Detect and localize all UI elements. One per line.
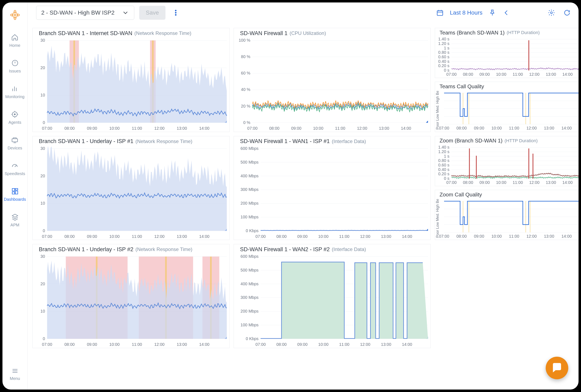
svg-text:10:00: 10:00 [496, 72, 506, 76]
svg-text:09:00: 09:00 [291, 126, 302, 130]
panel-branch-isp1[interactable]: Branch SD-WAN 1 - Underlay - ISP #1(Netw… [32, 136, 230, 240]
panel-subtitle: (HTTP Duration) [505, 138, 538, 144]
svg-text:0.60 s: 0.60 s [438, 163, 450, 167]
settings-button[interactable] [546, 6, 557, 20]
svg-text:07:00: 07:00 [446, 180, 456, 185]
chart: 010203007:0008:0009:0010:0011:0012:0013:… [33, 38, 229, 132]
svg-text:11:00: 11:00 [339, 234, 350, 238]
svg-text:08:00: 08:00 [276, 342, 286, 347]
svg-text:11:00: 11:00 [339, 342, 350, 347]
svg-text:09:00: 09:00 [87, 126, 97, 130]
sidebar-item-devices[interactable]: Devices [8, 136, 22, 150]
svg-text:20 %: 20 % [241, 104, 250, 108]
svg-point-3 [14, 18, 16, 20]
time-range-picker[interactable]: Last 8 Hours [436, 9, 496, 16]
panel-title: SD-WAN Firewall 1 - WAN2 - ISP #2 [240, 246, 330, 253]
svg-text:13:00: 13:00 [546, 180, 556, 185]
svg-text:0.60 s: 0.60 s [438, 54, 450, 59]
previous-range-button[interactable] [501, 6, 512, 20]
svg-text:09:00: 09:00 [480, 72, 490, 76]
svg-text:30: 30 [40, 254, 45, 258]
svg-text:14:00: 14:00 [199, 342, 210, 347]
svg-text:0 s: 0 s [444, 68, 450, 72]
panel-branch-isp2[interactable]: Branch SD-WAN 1 - Underlay - ISP #2(Netw… [32, 244, 230, 348]
panel-teams-quality[interactable]: Teams Call Quality Poor Low Med. High Be… [435, 82, 578, 132]
svg-text:07:00: 07:00 [439, 234, 449, 238]
panel-branch-internet-sdwan[interactable]: Branch SD-WAN 1 - Internet SD-WAN(Networ… [32, 28, 230, 132]
chat-help-button[interactable] [546, 357, 568, 379]
svg-text:13:00: 13:00 [381, 342, 391, 347]
svg-point-12 [175, 10, 176, 11]
panel-title: Branch SD-WAN 1 - Internet SD-WAN [39, 30, 132, 36]
panel-zoom-quality[interactable]: Zoom Call Quality Poor Low Med. High Bes… [435, 190, 578, 240]
svg-text:10:00: 10:00 [318, 342, 328, 347]
svg-text:08:00: 08:00 [463, 72, 473, 76]
svg-text:12:00: 12:00 [360, 342, 370, 347]
panel-title: Branch SD-WAN 1 - Underlay - ISP #1 [39, 138, 134, 144]
chart: 0 s0.20 s0.40 s0.60 s0.80 s1 s1.20 s1.40… [435, 145, 578, 186]
svg-text:11:00: 11:00 [335, 126, 345, 130]
panel-teams-http[interactable]: Teams (Branch SD-WAN 1)(HTTP Duration) 0… [435, 28, 578, 78]
svg-text:40 %: 40 % [241, 87, 250, 92]
sidebar-item-apm[interactable]: APM [10, 213, 19, 228]
svg-text:100 %: 100 % [239, 38, 250, 42]
sidebar-item-label: Monitoring [5, 94, 24, 99]
svg-text:12:00: 12:00 [529, 180, 540, 185]
svg-point-14 [175, 14, 176, 16]
sidebar-item-label: Speedtests [4, 171, 25, 176]
chart: 010203007:0008:0009:0010:0011:0012:0013:… [33, 254, 229, 348]
refresh-button[interactable] [562, 6, 572, 20]
sidebar-item-speedtests[interactable]: Speedtests [4, 162, 25, 176]
sidebar-item-agents[interactable]: Agents [8, 110, 21, 125]
panel-title: SD-WAN Firewall 1 [240, 30, 288, 36]
svg-text:400 Mbps: 400 Mbps [240, 174, 259, 178]
svg-text:1.40 s: 1.40 s [438, 145, 450, 150]
svg-text:12:00: 12:00 [529, 72, 540, 76]
target-icon [11, 110, 18, 118]
svg-text:0 Kbps: 0 Kbps [246, 336, 258, 341]
svg-text:08:00: 08:00 [64, 126, 75, 130]
svg-text:10:00: 10:00 [110, 234, 120, 238]
svg-text:0 Kbps: 0 Kbps [246, 228, 258, 233]
svg-text:11:00: 11:00 [132, 126, 142, 130]
svg-point-13 [175, 12, 176, 13]
svg-text:10: 10 [40, 309, 45, 314]
svg-text:10:00: 10:00 [313, 126, 323, 130]
svg-text:1.20 s: 1.20 s [438, 150, 450, 154]
svg-text:20: 20 [40, 282, 45, 286]
sidebar-item-dashboards[interactable]: Dashboards [4, 188, 26, 202]
svg-text:14:00: 14:00 [199, 126, 210, 130]
more-actions-button[interactable] [170, 6, 181, 20]
sidebar-item-monitoring[interactable]: Monitoring [5, 85, 24, 99]
dashboard-icon [11, 188, 19, 195]
svg-rect-7 [12, 139, 18, 142]
device-icon [11, 136, 18, 144]
panel-zoom-http[interactable]: Zoom (Branch SD-WAN 1)(HTTP Duration) 0 … [435, 136, 578, 186]
chart: 0 %20 %40 %60 %80 %100 %07:0008:0009:001… [234, 38, 430, 132]
save-button[interactable]: Save [139, 6, 166, 20]
svg-text:12:00: 12:00 [526, 234, 537, 238]
svg-text:300 Mbps: 300 Mbps [240, 187, 259, 192]
sidebar-item-home[interactable]: Home [10, 34, 20, 48]
panel-firewall-wan2[interactable]: SD-WAN Firewall 1 - WAN2 - ISP #2(Interf… [234, 244, 431, 348]
svg-text:13:00: 13:00 [544, 126, 554, 130]
svg-text:0 s: 0 s [444, 176, 450, 180]
svg-text:13:00: 13:00 [177, 126, 187, 130]
sidebar-menu[interactable]: Menu [2, 367, 27, 381]
chart: Poor Low Med. High Best07:0008:0009:0010… [435, 199, 578, 240]
svg-text:11:00: 11:00 [513, 72, 523, 76]
svg-text:600 Mbps: 600 Mbps [240, 146, 259, 151]
svg-text:0.80 s: 0.80 s [438, 158, 450, 163]
alert-icon [11, 59, 19, 67]
panel-firewall-cpu[interactable]: SD-WAN Firewall 1(CPU Utilization) 0 %20… [234, 28, 431, 132]
svg-text:07:00: 07:00 [256, 234, 266, 238]
svg-text:0.40 s: 0.40 s [438, 167, 450, 172]
sidebar-item-issues[interactable]: Issues [9, 59, 21, 74]
svg-text:500 Mbps: 500 Mbps [240, 160, 259, 164]
svg-text:09:00: 09:00 [87, 342, 97, 347]
dashboard-selector[interactable]: 2 - SD-WAN - High BW ISP2 [36, 6, 134, 20]
svg-rect-9 [15, 188, 18, 190]
panel-firewall-wan1[interactable]: SD-WAN Firewall 1 - WAN1 - ISP #1(Interf… [234, 136, 431, 240]
svg-text:12:00: 12:00 [357, 126, 367, 130]
svg-text:14:00: 14:00 [401, 126, 411, 130]
